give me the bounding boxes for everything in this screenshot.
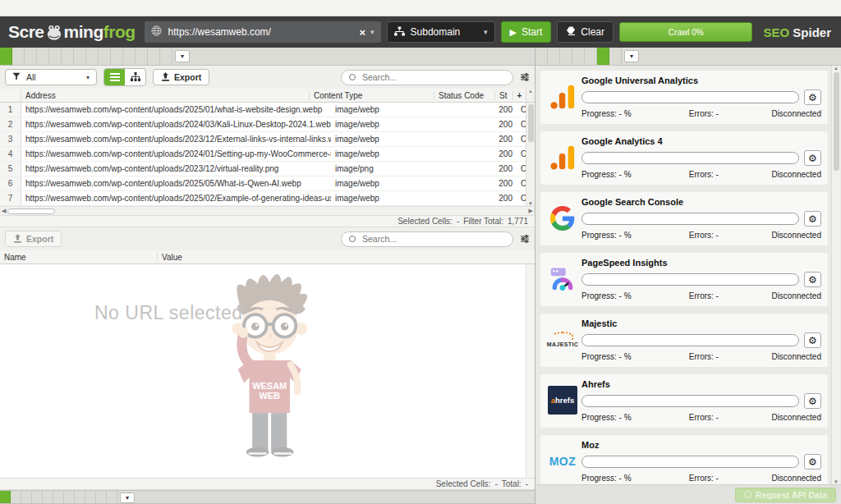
detail-tabs-overflow-button[interactable]: ▾ xyxy=(120,493,135,503)
clear-url-icon[interactable]: × xyxy=(359,27,365,38)
api-service-name: Google Analytics 4 xyxy=(581,136,821,146)
main-tab[interactable] xyxy=(49,48,62,65)
status-column-header[interactable]: St xyxy=(495,91,513,100)
main-tab[interactable] xyxy=(0,48,12,65)
gear-icon[interactable]: ⚙ xyxy=(804,393,821,409)
table-row[interactable]: 1 https://wesamweb.com/wp-content/upload… xyxy=(0,103,535,117)
table-vertical-scrollbar[interactable]: ▼ xyxy=(526,103,535,206)
scroll-down-arrow[interactable]: ▼ xyxy=(834,479,839,484)
main-tab[interactable] xyxy=(136,48,148,65)
address-column-header[interactable]: Address xyxy=(21,91,310,100)
main-tab[interactable] xyxy=(37,48,49,65)
filter-dropdown[interactable]: All ▾ xyxy=(5,69,97,85)
export-button[interactable]: Export xyxy=(153,69,209,85)
url-input[interactable] xyxy=(167,25,355,39)
detail-scrollbar-track[interactable] xyxy=(526,264,535,478)
main-tabs-overflow-button[interactable]: ▾ xyxy=(175,50,190,62)
detail-tab[interactable] xyxy=(107,491,117,503)
table-row[interactable]: 6 https://wesamweb.com/wp-content/upload… xyxy=(0,176,535,191)
chevron-down-icon: ▾ xyxy=(86,74,90,81)
table-scrollbar-down-arrow[interactable]: ▼ xyxy=(528,201,533,206)
row-number: 4 xyxy=(0,147,21,161)
main-tab[interactable] xyxy=(12,48,25,65)
gear-icon[interactable]: ⚙ xyxy=(804,454,821,470)
table-scrollbar-up-arrow[interactable]: ▲ xyxy=(526,89,535,102)
scroll-left-arrow[interactable]: ◀ xyxy=(2,208,6,214)
table-row[interactable]: 3 https://wesamweb.com/wp-content/upload… xyxy=(0,132,535,147)
list-view-button[interactable] xyxy=(104,69,125,85)
detail-tab[interactable] xyxy=(85,491,96,503)
cell-address: https://wesamweb.com/wp-content/uploads/… xyxy=(21,135,331,144)
right-tab[interactable] xyxy=(585,48,597,65)
gear-icon[interactable]: ⚙ xyxy=(804,211,821,227)
detail-tab[interactable] xyxy=(43,491,53,503)
add-column-button[interactable]: + xyxy=(513,91,526,100)
api-connection-item: MAJESTIC Majestic ⚙ Progress: - % Errors… xyxy=(540,314,828,367)
crawl-table: Address Content Type Status Code St + ▲ … xyxy=(0,89,535,206)
main-tab[interactable] xyxy=(111,48,123,65)
request-api-data-button[interactable]: Request API Data xyxy=(735,488,836,502)
export-icon xyxy=(13,234,22,245)
detail-tab[interactable] xyxy=(11,491,21,503)
search-options-icon[interactable] xyxy=(520,72,530,82)
detail-tab[interactable] xyxy=(0,491,11,503)
search-options-icon[interactable] xyxy=(520,234,530,244)
gear-icon[interactable]: ⚙ xyxy=(804,89,821,105)
scrollbar-thumb[interactable] xyxy=(7,208,55,214)
detail-tab[interactable] xyxy=(32,491,43,503)
detail-tab[interactable] xyxy=(96,491,107,503)
status-code-column-header[interactable]: Status Code xyxy=(434,91,495,100)
detail-tab[interactable] xyxy=(64,491,75,503)
right-tab[interactable] xyxy=(609,48,622,65)
right-tab[interactable] xyxy=(560,48,572,65)
main-tab[interactable] xyxy=(62,48,74,65)
detail-tab[interactable] xyxy=(53,491,64,503)
detail-tab[interactable] xyxy=(75,491,85,503)
api-panel-scrollbar[interactable]: ▲ ▼ xyxy=(831,66,840,484)
clear-button[interactable]: Clear xyxy=(557,21,614,43)
tree-view-button[interactable] xyxy=(125,69,145,85)
content-type-column-header[interactable]: Content Type xyxy=(310,91,434,100)
url-dropdown-icon[interactable]: ▾ xyxy=(370,28,375,36)
main-tab[interactable] xyxy=(123,48,136,65)
api-service-name: Majestic xyxy=(581,318,821,328)
gear-icon[interactable]: ⚙ xyxy=(804,272,821,287)
api-errors-label: Errors: - xyxy=(689,352,772,361)
filter-total-value: 1,771 xyxy=(508,217,528,226)
crawl-scope-dropdown[interactable]: Subdomain ▾ xyxy=(387,21,495,43)
scrollbar-thumb[interactable] xyxy=(528,104,534,142)
search-input[interactable] xyxy=(361,71,505,83)
scroll-up-arrow[interactable]: ▲ xyxy=(834,66,839,71)
right-tabs-overflow-button[interactable]: ▾ xyxy=(624,50,639,62)
table-row[interactable]: 2 https://wesamweb.com/wp-content/upload… xyxy=(0,117,535,132)
api-status-badge: Disconnected xyxy=(771,352,821,361)
value-column-header[interactable]: Value xyxy=(158,253,535,262)
detail-tab[interactable] xyxy=(21,491,32,503)
right-tab[interactable] xyxy=(597,48,609,65)
main-tab[interactable] xyxy=(86,48,99,65)
main-tab[interactable] xyxy=(160,48,172,65)
right-tab[interactable] xyxy=(548,48,560,65)
main-tab[interactable] xyxy=(99,48,111,65)
gear-icon[interactable]: ⚙ xyxy=(804,150,821,166)
main-tab[interactable] xyxy=(74,48,86,65)
detail-search-input[interactable] xyxy=(361,233,505,245)
detail-export-button[interactable]: Export xyxy=(5,231,62,247)
table-horizontal-scrollbar[interactable]: ◀ ▶ xyxy=(0,206,535,215)
main-tab[interactable] xyxy=(25,48,37,65)
main-tab[interactable] xyxy=(148,48,160,65)
row-number: 1 xyxy=(0,103,21,117)
table-row[interactable]: 5 https://wesamweb.com/wp-content/upload… xyxy=(0,162,535,176)
right-tab[interactable] xyxy=(535,48,548,65)
list-icon xyxy=(110,70,120,85)
gear-icon[interactable]: ⚙ xyxy=(804,332,821,348)
start-button[interactable]: ▶ Start xyxy=(501,21,552,43)
tree-icon xyxy=(131,70,140,85)
scroll-right-arrow[interactable]: ▶ xyxy=(529,208,533,214)
table-row[interactable]: 7 https://wesamweb.com/wp-content/upload… xyxy=(0,191,535,206)
table-row[interactable]: 4 https://wesamweb.com/wp-content/upload… xyxy=(0,147,535,162)
name-column-header[interactable]: Name xyxy=(0,253,158,262)
api-status-badge: Disconnected xyxy=(771,231,821,240)
right-tab[interactable] xyxy=(572,48,585,65)
scrollbar-thumb[interactable] xyxy=(834,72,839,171)
